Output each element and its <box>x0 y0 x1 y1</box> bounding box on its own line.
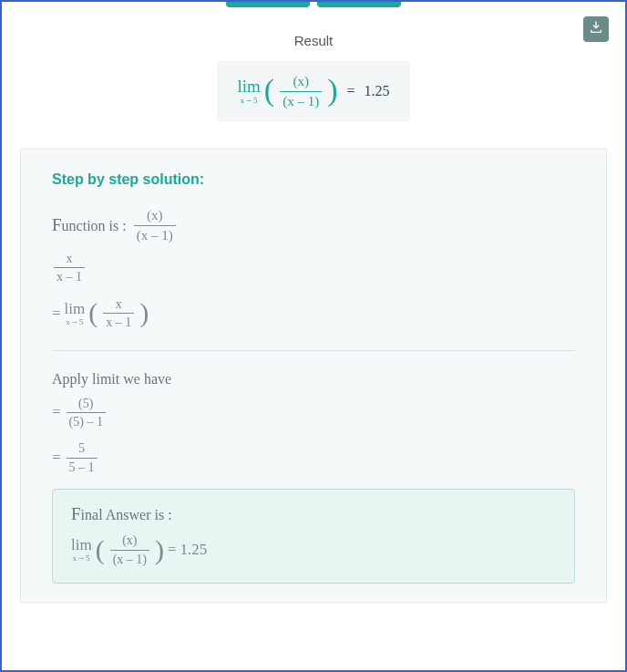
fraction: (5) (5) – 1 <box>67 397 106 429</box>
paren-open: ( <box>88 303 98 322</box>
final-title-rest: inal Answer is : <box>81 507 172 522</box>
equals-sign: = <box>52 403 61 421</box>
top-tab-2 <box>317 2 401 7</box>
lim-block: lim x→5 <box>65 301 86 326</box>
lim-label: lim <box>237 78 260 95</box>
steps-title: Step by step solution: <box>52 171 575 188</box>
frac-numerator: (5) <box>76 397 96 412</box>
lim-subscript: x→5 <box>240 97 258 105</box>
lim-subscript: x→5 <box>73 554 91 563</box>
equals-sign: = <box>346 83 355 99</box>
result-section: Result lim x→5 ( (x) (x – 1) ) = 1.25 <box>13 33 614 121</box>
frac-numerator: x <box>64 252 76 267</box>
divider <box>52 350 575 351</box>
function-label: Function is : <box>52 215 127 235</box>
apply-limit-text: Apply limit we have <box>52 371 575 388</box>
frac-denominator: (x – 1) <box>110 550 149 566</box>
fraction: (x) (x – 1) <box>110 533 149 566</box>
result-fraction: (x) (x – 1) <box>280 74 322 109</box>
dropcap-f: F <box>71 504 81 523</box>
frac-numerator: (x) <box>290 74 312 91</box>
frac-denominator: (x – 1) <box>280 91 322 109</box>
frac-denominator: x – 1 <box>54 267 85 284</box>
dropcap-f: F <box>52 215 62 234</box>
equals-sign: = <box>168 541 177 559</box>
steps-panel: Step by step solution: Function is : (x)… <box>20 149 607 603</box>
function-fraction: (x) (x – 1) <box>134 208 176 243</box>
result-value: 1.25 <box>365 83 390 99</box>
step-simplify: = 5 5 – 1 <box>52 441 575 474</box>
paren-close: ) <box>155 540 164 559</box>
equals-sign: = <box>52 449 61 467</box>
fraction: 5 5 – 1 <box>67 441 98 474</box>
frac-denominator: (x – 1) <box>134 225 176 243</box>
paren-open: ( <box>96 540 105 559</box>
final-value: 1.25 <box>180 541 208 559</box>
paren-open: ( <box>264 79 274 101</box>
final-answer-box: Final Answer is : lim x→5 ( (x) (x – 1) … <box>52 489 575 584</box>
step-limit-expression: = lim x→5 ( x x – 1 ) <box>52 297 575 330</box>
frac-denominator: x – 1 <box>103 313 134 329</box>
frac-denominator: 5 – 1 <box>67 458 98 474</box>
page-frame: Result lim x→5 ( (x) (x – 1) ) = 1.25 St… <box>0 0 627 672</box>
fraction: x x – 1 <box>103 297 134 330</box>
step-frac-x-over-xminus1: x x – 1 <box>52 252 575 284</box>
download-icon <box>589 20 603 38</box>
frac-numerator: 5 <box>76 441 87 457</box>
lim-block: lim x→5 <box>237 78 260 105</box>
fraction: x x – 1 <box>54 252 85 284</box>
lim-subscript: x→5 <box>66 318 84 326</box>
lim-label: lim <box>65 301 86 316</box>
top-tab-1 <box>226 2 310 7</box>
function-is-line: Function is : (x) (x – 1) <box>52 208 575 243</box>
final-expression: lim x→5 ( (x) (x – 1) ) = 1.25 <box>71 533 556 566</box>
lim-label: lim <box>71 537 92 553</box>
function-label-rest: unction is : <box>62 218 127 233</box>
step-substitute-5: = (5) (5) – 1 <box>52 397 575 429</box>
result-box: lim x→5 ( (x) (x – 1) ) = 1.25 <box>217 61 409 121</box>
final-answer-title: Final Answer is : <box>71 504 556 524</box>
result-expression: lim x→5 ( (x) (x – 1) ) = 1.25 <box>237 74 389 109</box>
paren-close: ) <box>139 303 149 322</box>
lim-block: lim x→5 <box>71 537 92 563</box>
frac-numerator: (x) <box>144 208 166 225</box>
download-button[interactable] <box>583 16 609 42</box>
top-tab-strip <box>13 2 614 7</box>
equals-sign: = <box>52 305 61 323</box>
frac-numerator: (x) <box>119 533 139 549</box>
frac-denominator: (5) – 1 <box>67 412 106 429</box>
frac-numerator: x <box>113 297 125 313</box>
result-title: Result <box>13 33 614 48</box>
paren-close: ) <box>327 79 337 101</box>
